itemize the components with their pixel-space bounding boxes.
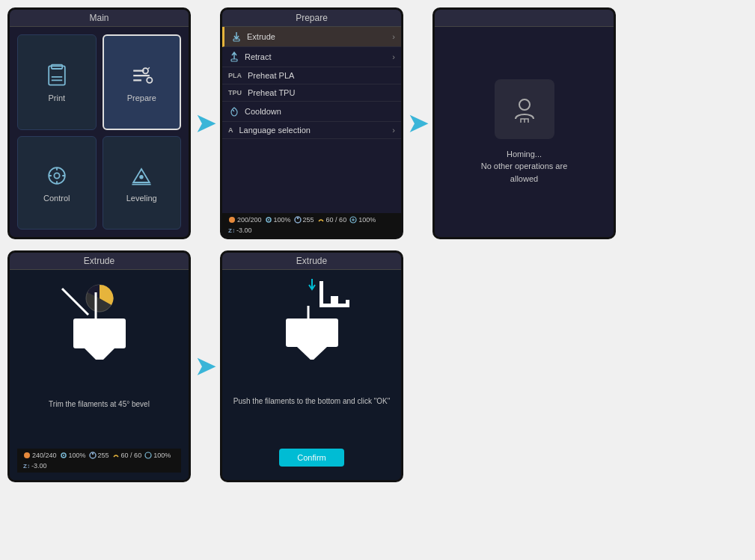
bed-temp: 60 / 60: [317, 216, 347, 224]
extrude-screen-1: Extrude Trim the f: [7, 250, 191, 482]
main-title: Main: [10, 10, 189, 27]
menu-item-language[interactable]: A Language selection ›: [222, 122, 401, 139]
homing-screen: Homing... No other operations are allowe…: [432, 7, 616, 239]
svg-marker-40: [297, 347, 327, 360]
ex1-flow-icon: [89, 452, 97, 459]
svg-point-17: [140, 175, 144, 179]
svg-marker-31: [85, 348, 114, 360]
main-btn-control[interactable]: Control: [17, 136, 97, 230]
print-icon: [43, 62, 70, 89]
prepare-status-bar: 200/200 100% 255 60 / 60 100%: [222, 213, 401, 237]
leveling-icon: [128, 162, 155, 189]
menu-item-extrude[interactable]: Extrude ›: [222, 27, 401, 47]
menu-item-preheat-pla[interactable]: PLA Preheat PLA: [222, 67, 401, 84]
retract-icon: [228, 51, 240, 63]
svg-point-20: [229, 217, 235, 223]
main-print-label: Print: [48, 93, 65, 102]
svg-rect-1: [52, 64, 62, 68]
flow-icon: [294, 216, 302, 224]
svg-line-28: [62, 289, 88, 315]
homing-icon: [506, 90, 543, 128]
extrude1-title: Extrude: [10, 253, 189, 270]
svg-point-35: [63, 455, 64, 456]
svg-point-33: [24, 452, 30, 458]
menu-item-cooldown[interactable]: Cooldown: [222, 102, 401, 122]
prepare-list: Extrude › Retract › PLA Preheat PLA: [222, 27, 401, 213]
trim-illustration: [40, 277, 159, 360]
main-screen: Main Print: [7, 7, 191, 239]
svg-point-37: [91, 453, 93, 455]
fan-speed: 100%: [265, 216, 291, 224]
extrude1-content: Trim the filaments at 45° bevel 240/240 …: [10, 270, 189, 480]
preheat-pla-label: Preheat PLA: [248, 71, 294, 80]
extrude1-text: Trim the filaments at 45° bevel: [49, 399, 150, 410]
main-control-label: Control: [43, 194, 70, 203]
homing-icon-box: [495, 79, 554, 139]
z-offset: Z↕ -3.00: [228, 227, 251, 234]
retract-label: Retract: [245, 52, 271, 61]
nozzle-temp: 200/200: [228, 216, 262, 224]
main-btn-leveling[interactable]: Leveling: [103, 136, 182, 230]
svg-point-26: [519, 99, 530, 110]
main-btn-prepare[interactable]: Prepare: [103, 34, 182, 130]
ex1-zoffset: Z↕ -3.00: [23, 462, 46, 470]
prepare-icon: [128, 62, 155, 89]
extrude-chevron: ›: [392, 32, 395, 41]
extrude2-content: Push the filaments to the bottom and cli…: [222, 270, 401, 480]
extrude1-status-bar: 240/240 100% 255 60 / 60 100%: [17, 449, 181, 473]
control-icon: [43, 162, 70, 189]
prepare-title: Prepare: [222, 10, 401, 27]
svg-point-38: [145, 452, 151, 458]
arrow-2: ➤: [408, 109, 428, 138]
menu-item-preheat-tpu[interactable]: TPU Preheat TPU: [222, 84, 401, 102]
flow-rate: 255: [294, 216, 314, 224]
extrude-label: Extrude: [247, 32, 275, 41]
language-tag: A: [228, 126, 233, 134]
svg-point-11: [54, 173, 59, 179]
pla-tag: PLA: [228, 72, 242, 79]
extrude2-title: Extrude: [222, 253, 401, 270]
homing-title: [435, 10, 614, 27]
fan-icon: [265, 216, 272, 224]
homing-message: Homing... No other operations are allowe…: [481, 148, 568, 185]
language-label: Language selection: [239, 126, 311, 135]
main-prepare-label: Prepare: [127, 93, 156, 102]
ex1-feed-icon: [144, 452, 152, 459]
prepare-screen: Prepare Extrude ›: [220, 7, 403, 239]
cooldown-icon: [228, 105, 240, 117]
language-chevron: ›: [392, 126, 395, 135]
main-leveling-label: Leveling: [126, 194, 157, 203]
homing-content: Homing... No other operations are allowe…: [435, 27, 614, 237]
svg-rect-19: [231, 59, 237, 61]
ex1-feed: 100%: [144, 452, 171, 459]
arrow-1: ➤: [195, 109, 216, 138]
extrude2-illustration: [230, 277, 394, 360]
push-illustration: [252, 277, 372, 360]
ex1-fan-icon: [60, 452, 67, 459]
extrude-icon: [230, 31, 242, 43]
extrude-screen-2: Extrude Push the filaments to the bottom: [220, 250, 403, 482]
menu-item-retract[interactable]: Retract ›: [222, 47, 401, 67]
z-offset-label: Z↕: [228, 227, 235, 234]
svg-point-8: [147, 77, 152, 82]
confirm-button[interactable]: Confirm: [279, 449, 344, 467]
ex1-nozzle-temp: 240/240: [23, 452, 57, 459]
svg-rect-30: [73, 319, 126, 348]
svg-rect-18: [233, 39, 239, 41]
main-btn-print[interactable]: Print: [17, 34, 97, 130]
retract-chevron: ›: [392, 52, 395, 61]
svg-line-9: [148, 67, 150, 69]
extrude1-illustration: [17, 277, 181, 360]
ex1-bed-icon: [112, 452, 120, 459]
ex1-nozzle-icon: [23, 452, 31, 459]
extrude2-text: Push the filaments to the bottom and cli…: [233, 396, 390, 407]
feed-rate-icon: [349, 216, 357, 224]
svg-point-22: [268, 219, 269, 221]
bed-temp-icon: [317, 216, 325, 224]
ex1-bed: 60 / 60: [112, 452, 142, 459]
svg-rect-39: [286, 319, 338, 347]
feed-rate: 100%: [349, 216, 376, 224]
preheat-tpu-label: Preheat TPU: [248, 88, 295, 97]
main-grid: Print Prepare: [10, 27, 189, 237]
svg-point-24: [296, 218, 298, 219]
